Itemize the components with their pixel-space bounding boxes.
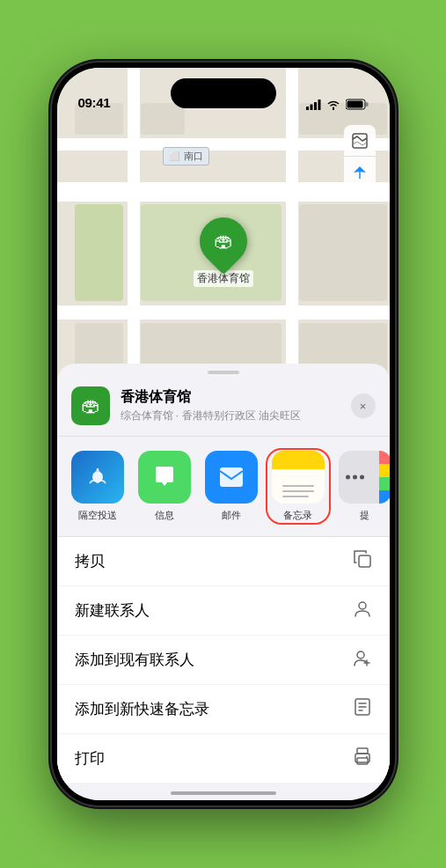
add-contact-icon xyxy=(353,648,372,672)
share-notes[interactable]: 备忘录 xyxy=(268,451,328,522)
svg-rect-9 xyxy=(220,467,243,487)
new-contact-label: 新建联系人 xyxy=(75,600,353,621)
menu-item-quick-note[interactable]: 添加到新快速备忘录 xyxy=(57,685,390,734)
menu-item-new-contact[interactable]: 新建联系人 xyxy=(57,586,390,636)
new-contact-icon xyxy=(353,599,372,622)
message-label: 信息 xyxy=(155,509,174,522)
print-label: 打印 xyxy=(75,748,353,769)
share-sheet: 🏟 香港体育馆 综合体育馆 · 香港特别行政区 油尖旺区 × xyxy=(57,364,390,800)
map-label-icon: ⬜ xyxy=(169,151,179,161)
copy-label: 拷贝 xyxy=(75,551,353,571)
airdrop-label: 隔空投送 xyxy=(78,509,117,522)
battery-icon xyxy=(346,99,369,110)
more-label: 提 xyxy=(360,509,369,522)
map-south-entrance-label: ⬜ 南口 xyxy=(163,147,209,166)
menu-section: 拷贝 新建联系人 xyxy=(57,537,390,783)
close-button[interactable]: × xyxy=(351,394,376,418)
location-name: 香港体育馆 xyxy=(121,388,340,407)
notes-label: 备忘录 xyxy=(283,509,312,522)
map-type-icon xyxy=(351,132,369,150)
location-venue-icon: 🏟 xyxy=(71,386,110,425)
stadium-icon: 🏟 xyxy=(214,230,233,253)
wifi-icon xyxy=(326,99,340,110)
add-contact-label: 添加到现有联系人 xyxy=(75,650,353,670)
svg-rect-5 xyxy=(366,102,369,107)
svg-rect-0 xyxy=(306,107,309,110)
quick-note-icon xyxy=(353,697,372,721)
airdrop-icon-btn xyxy=(71,451,124,504)
phone-frame: 09:41 xyxy=(52,63,395,805)
menu-item-print[interactable]: 打印 xyxy=(57,734,390,783)
share-airdrop[interactable]: 隔空投送 xyxy=(68,451,128,522)
status-icons xyxy=(306,99,369,110)
more-color-bars xyxy=(379,451,390,504)
location-info: 香港体育馆 综合体育馆 · 香港特别行政区 油尖旺区 xyxy=(121,388,340,423)
message-icon-btn xyxy=(138,451,191,504)
mail-label: 邮件 xyxy=(222,509,241,522)
quick-note-label: 添加到新快速备忘录 xyxy=(75,699,353,719)
svg-point-12 xyxy=(357,651,364,658)
share-mail[interactable]: 邮件 xyxy=(201,451,261,522)
svg-rect-10 xyxy=(359,555,370,567)
share-more[interactable]: 提 xyxy=(335,451,390,522)
menu-item-add-contact[interactable]: 添加到现有联系人 xyxy=(57,636,390,685)
home-indicator xyxy=(171,791,276,795)
more-icon-btn xyxy=(339,451,390,504)
svg-rect-14 xyxy=(357,748,368,754)
print-icon xyxy=(353,747,372,770)
svg-rect-3 xyxy=(318,99,320,110)
stadium-marker[interactable]: 🏟 香港体育馆 xyxy=(194,217,253,287)
more-dots xyxy=(346,475,364,480)
svg-point-11 xyxy=(359,602,366,609)
svg-rect-16 xyxy=(357,758,368,764)
location-header: 🏟 香港体育馆 综合体育馆 · 香港特别行政区 油尖旺区 × xyxy=(57,374,390,437)
notes-lines xyxy=(282,485,314,498)
location-button[interactable] xyxy=(344,157,376,188)
phone-screen: 09:41 xyxy=(57,68,390,800)
svg-point-17 xyxy=(366,756,368,758)
location-subtitle: 综合体育馆 · 香港特别行政区 油尖旺区 xyxy=(121,408,340,423)
notes-icon-btn xyxy=(272,451,325,504)
status-time: 09:41 xyxy=(78,95,111,110)
mail-icon-btn xyxy=(205,451,258,504)
location-arrow-icon xyxy=(352,165,368,180)
share-message[interactable]: 信息 xyxy=(135,451,194,522)
copy-icon xyxy=(353,549,372,573)
marker-pin: 🏟 xyxy=(189,208,256,275)
svg-rect-2 xyxy=(314,102,317,110)
svg-rect-7 xyxy=(353,134,367,148)
menu-item-copy[interactable]: 拷贝 xyxy=(57,537,390,586)
signal-icon xyxy=(306,99,321,110)
app-icons-row: 隔空投送 信息 xyxy=(57,437,390,537)
map-controls xyxy=(344,125,376,188)
svg-rect-6 xyxy=(347,101,362,108)
airdrop-icon xyxy=(84,464,111,490)
dynamic-island xyxy=(171,78,276,108)
svg-rect-1 xyxy=(310,104,312,110)
message-icon xyxy=(151,464,178,490)
mail-icon xyxy=(218,466,245,489)
map-type-button[interactable] xyxy=(344,125,376,157)
